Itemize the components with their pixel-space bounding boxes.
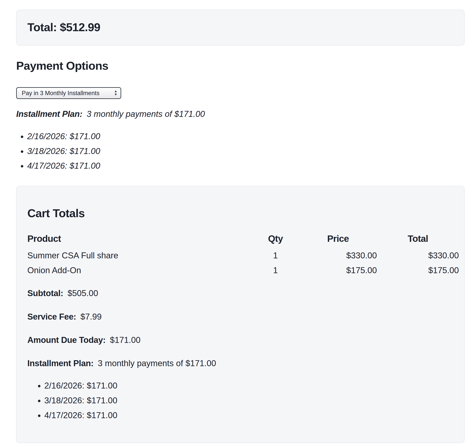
installment-schedule-list: 2/16/2026: $171.00 3/18/2026: $171.00 4/…	[16, 131, 465, 171]
column-header-product: Product	[27, 233, 252, 248]
cell-total: $175.00	[377, 263, 459, 278]
installment-plan-note-text: 3 monthly payments of $171.00	[87, 109, 205, 119]
list-item: 2/16/2026: $171.00	[44, 380, 459, 391]
payment-options-heading: Payment Options	[16, 60, 465, 72]
cell-price: $175.00	[299, 263, 377, 278]
payment-method-select[interactable]: Pay in 3 Monthly Installments	[16, 87, 121, 99]
cart-table: Product Qty Price Total Summer CSA Full …	[27, 233, 459, 278]
cell-qty: 1	[252, 263, 299, 278]
service-fee-line: Service Fee: $7.99	[27, 311, 459, 322]
table-row: Onion Add-On 1 $175.00 $175.00	[27, 263, 459, 278]
cart-table-body: Summer CSA Full share 1 $330.00 $330.00 …	[27, 248, 459, 278]
subtotal-line: Subtotal: $505.00	[27, 288, 459, 299]
installment-plan-value: 3 monthly payments of $171.00	[98, 358, 216, 368]
total-banner: Total: $512.99	[16, 10, 465, 46]
list-item: 4/17/2026: $171.00	[44, 410, 459, 421]
list-item: 4/17/2026: $171.00	[27, 160, 465, 171]
table-header-row: Product Qty Price Total	[27, 233, 459, 248]
cell-qty: 1	[252, 248, 299, 263]
column-header-price: Price	[299, 233, 377, 248]
installment-plan-note-label: Installment Plan:	[16, 109, 82, 119]
column-header-total: Total	[377, 233, 459, 248]
table-row: Summer CSA Full share 1 $330.00 $330.00	[27, 248, 459, 263]
subtotal-value: $505.00	[68, 288, 98, 298]
list-item: 3/18/2026: $171.00	[27, 146, 465, 157]
cell-price: $330.00	[299, 248, 377, 263]
subtotal-label: Subtotal:	[27, 288, 63, 298]
cart-installment-schedule-list: 2/16/2026: $171.00 3/18/2026: $171.00 4/…	[27, 380, 459, 421]
installment-plan-note: Installment Plan: 3 monthly payments of …	[16, 108, 465, 119]
cell-total: $330.00	[377, 248, 459, 263]
service-fee-value: $7.99	[80, 312, 102, 321]
installment-plan-label: Installment Plan:	[27, 358, 94, 368]
cell-product: Onion Add-On	[27, 263, 252, 278]
cell-product: Summer CSA Full share	[27, 248, 252, 263]
list-item: 2/16/2026: $171.00	[27, 131, 465, 142]
column-header-qty: Qty	[252, 233, 299, 248]
total-banner-text: Total: $512.99	[27, 21, 100, 34]
cart-totals-heading: Cart Totals	[27, 207, 459, 220]
cart-totals-card: Cart Totals Product Qty Price Total Summ…	[16, 186, 465, 443]
service-fee-label: Service Fee:	[27, 312, 76, 321]
amount-due-today-value: $171.00	[110, 335, 141, 345]
cart-table-head: Product Qty Price Total	[27, 233, 459, 248]
installment-plan-line: Installment Plan: 3 monthly payments of …	[27, 358, 459, 369]
amount-due-today-label: Amount Due Today:	[27, 335, 106, 345]
list-item: 3/18/2026: $171.00	[44, 395, 459, 406]
payment-method-select-wrap: Pay in 3 Monthly Installments ▲ ▼	[16, 87, 121, 99]
amount-due-today-line: Amount Due Today: $171.00	[27, 334, 459, 345]
